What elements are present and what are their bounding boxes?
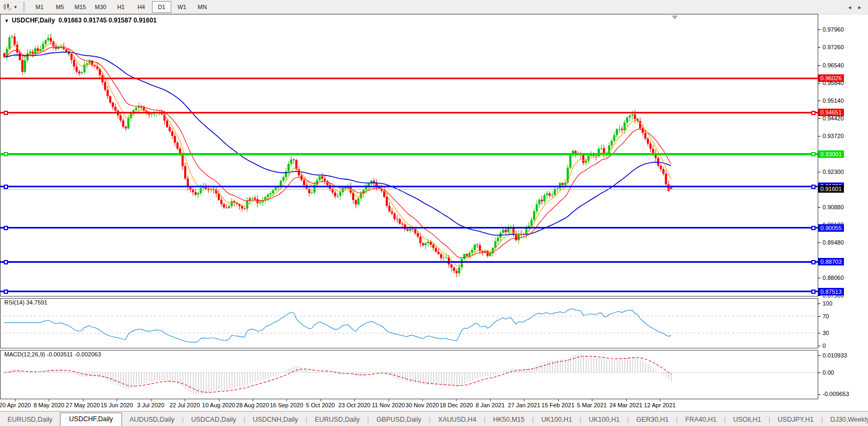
level-handle-left[interactable] xyxy=(4,185,8,189)
price-level-line[interactable] xyxy=(0,78,818,79)
chart-tool-dropdown-icon[interactable]: ▼ xyxy=(13,5,18,10)
level-handle-right[interactable] xyxy=(811,226,816,230)
tab-scroll-left-icon[interactable]: ◄ xyxy=(844,4,855,11)
ohlc-values: 0.91663 0.91745 0.91587 0.91601 xyxy=(58,17,157,24)
chart-shift-marker-icon[interactable] xyxy=(672,16,678,19)
rsi-axis-label: 0 xyxy=(823,343,826,349)
level-handle-right[interactable] xyxy=(811,111,816,115)
time-axis[interactable]: 20 Apr 20208 May 202027 May 202015 Jun 2… xyxy=(0,399,868,411)
tab-dj30-weekly[interactable]: DJ30,Weekly xyxy=(823,414,868,426)
chart-frame-right xyxy=(818,14,818,399)
price-level-line[interactable] xyxy=(0,261,818,263)
price-axis-label: 0.95140 xyxy=(823,97,844,104)
time-axis-tick xyxy=(83,399,83,401)
rsi-value: 34.7591 xyxy=(26,299,48,306)
time-axis-tick xyxy=(117,399,117,401)
tab-xauusd-h4[interactable]: XAUUSD,H4 xyxy=(431,414,484,426)
symbol-period-label: USDCHF,Daily xyxy=(12,17,55,24)
tab-uk100-h1[interactable]: UK100,H1 xyxy=(581,414,627,426)
tab-gbpusd-daily[interactable]: GBPUSD,Daily xyxy=(369,414,429,426)
price-level-line[interactable] xyxy=(0,153,818,155)
price-level-badge: 0.96026 xyxy=(818,74,844,82)
macd-axis-tick xyxy=(818,355,820,356)
level-handle-right[interactable] xyxy=(811,152,816,156)
current-price-line xyxy=(0,189,818,189)
timeframe-button-h1[interactable]: H1 xyxy=(111,1,131,13)
macd-axis-label: 0.010933 xyxy=(823,352,847,359)
price-level-line[interactable] xyxy=(0,291,818,292)
candlestick-chart-canvas[interactable] xyxy=(0,14,818,399)
time-axis-tick xyxy=(524,399,524,401)
price-level-badge: 0.90055 xyxy=(818,224,844,232)
price-axis-label: 0.97960 xyxy=(823,26,844,33)
price-level-line[interactable] xyxy=(0,227,818,229)
tab-usdcad-daily[interactable]: USDCAD,Daily xyxy=(184,414,243,426)
tab-eurusd-daily[interactable]: EURUSD,Daily xyxy=(307,414,367,426)
price-level-badge: 0.93001 xyxy=(818,150,844,158)
timeframe-button-m30[interactable]: M30 xyxy=(91,1,110,13)
rsi-axis-tick xyxy=(818,303,820,304)
timeframe-button-mn[interactable]: MN xyxy=(193,1,212,13)
macd-signal-value: -0.002063 xyxy=(74,351,101,357)
time-axis-tick xyxy=(219,399,219,401)
timeframe-button-h4[interactable]: H4 xyxy=(132,1,151,13)
current-price-badge: 0.91601 xyxy=(818,185,844,193)
timeframe-button-d1[interactable]: D1 xyxy=(152,1,171,13)
tab-scroll-arrows: ◄ ► xyxy=(842,0,867,15)
tab-hk50-m15[interactable]: HK50,M15 xyxy=(485,414,532,426)
macd-main-value: -0.003511 xyxy=(47,351,73,357)
time-axis-tick xyxy=(15,399,16,401)
chart-tabs-bar: EURUSD,DailyUSDCHF,DailyAUDUSD,Daily|USD… xyxy=(0,411,868,426)
tab-scroll-right-icon[interactable]: ► xyxy=(855,4,865,11)
time-axis-tick xyxy=(490,399,491,401)
timeframe-button-w1[interactable]: W1 xyxy=(172,1,192,13)
price-axis-tick xyxy=(818,83,820,83)
tab-usdchf-daily[interactable]: USDCHF,Daily xyxy=(60,413,122,426)
level-handle-right[interactable] xyxy=(811,260,816,264)
tab-usoil-h1[interactable]: USOil,H1 xyxy=(726,414,768,426)
rsi-axis-tick xyxy=(818,333,820,333)
tab-audusd-daily[interactable]: AUDUSD,Daily xyxy=(122,414,182,426)
toolbar-grip-handle[interactable] xyxy=(22,2,25,12)
time-axis-tick xyxy=(389,399,389,401)
price-axis-tick xyxy=(818,101,820,101)
price-axis-tick xyxy=(818,207,820,208)
chart-tool-icon[interactable] xyxy=(2,2,13,12)
level-handle-left[interactable] xyxy=(4,111,8,115)
time-axis-tick xyxy=(321,399,321,401)
tab-uk100-h1[interactable]: UK100,H1 xyxy=(534,414,580,426)
time-axis-tick xyxy=(253,399,253,401)
timeframe-button-m15[interactable]: M15 xyxy=(71,1,90,13)
level-handle-right[interactable] xyxy=(811,185,816,189)
level-handle-left[interactable] xyxy=(4,226,8,230)
price-axis-label: 0.89480 xyxy=(823,239,844,246)
timeframe-button-m5[interactable]: M5 xyxy=(50,1,70,13)
level-handle-left[interactable] xyxy=(4,290,8,294)
time-axis-tick xyxy=(456,399,456,401)
macd-axis-tick xyxy=(818,394,820,395)
price-axis-tick xyxy=(818,118,820,119)
price-axis-label: 0.90880 xyxy=(823,204,844,210)
time-axis-tick xyxy=(660,399,660,401)
macd-axis-label: 0.00 xyxy=(823,369,834,376)
price-axis-tick xyxy=(818,136,820,136)
price-axis-tick xyxy=(818,172,820,172)
level-handle-left[interactable] xyxy=(4,260,8,264)
tab-eurusd-daily[interactable]: EURUSD,Daily xyxy=(0,414,60,426)
level-handle-right[interactable] xyxy=(811,290,816,294)
price-level-line[interactable] xyxy=(0,186,818,187)
timeframe-button-m1[interactable]: M1 xyxy=(30,1,49,13)
price-level-line[interactable] xyxy=(0,112,818,113)
price-axis-tick xyxy=(818,295,820,296)
time-axis-tick xyxy=(592,399,592,401)
collapse-arrow-icon[interactable]: ▼ xyxy=(4,18,9,24)
tab-fra40-h1[interactable]: FRA40,H1 xyxy=(678,414,724,426)
tab-usdjpy-h1[interactable]: USDJPY,H1 xyxy=(770,414,821,426)
time-axis-tick xyxy=(354,399,355,401)
date-label: 12 Apr 2021 xyxy=(635,402,684,408)
timeframe-buttons: M1M5M15M30H1H4D1W1MN xyxy=(29,1,212,13)
tab-ger30-h1[interactable]: GER30,H1 xyxy=(629,414,676,426)
tab-usdcnh-daily[interactable]: USDCNH,Daily xyxy=(245,414,306,426)
price-axis-label: 0.93720 xyxy=(823,133,844,139)
level-handle-left[interactable] xyxy=(4,152,8,156)
